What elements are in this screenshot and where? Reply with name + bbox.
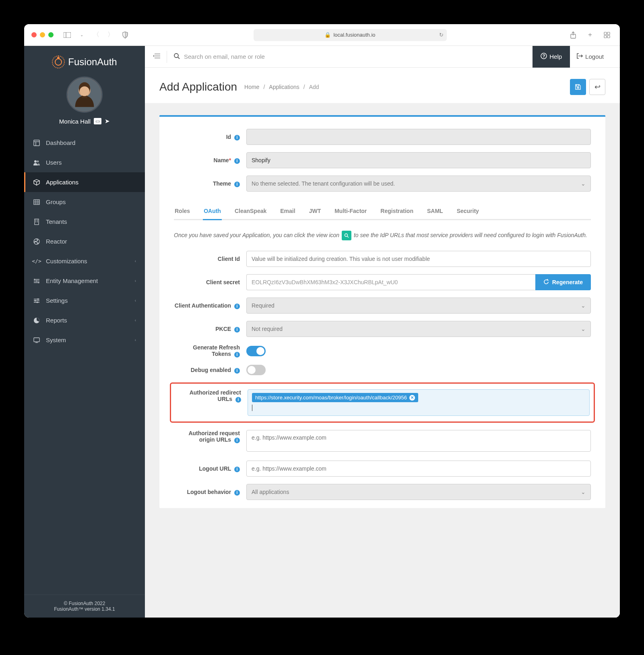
help-button[interactable]: ? Help xyxy=(533,46,570,68)
footer-copyright: © FusionAuth 2022 xyxy=(30,601,139,606)
debug-toggle[interactable] xyxy=(246,365,266,375)
redirect-urls-input[interactable]: https://store.xecurity.com/moas/broker/l… xyxy=(248,389,590,416)
tab-cleanspeak[interactable]: CleanSpeak xyxy=(234,204,267,220)
user-location-icon[interactable]: ➤ xyxy=(105,118,110,125)
logo-mark-icon xyxy=(52,56,65,68)
breadcrumb-applications[interactable]: Applications xyxy=(269,84,299,90)
share-icon[interactable] xyxy=(568,29,579,41)
id-input[interactable] xyxy=(246,129,591,145)
tab-roles[interactable]: Roles xyxy=(174,204,191,220)
info-icon[interactable]: i xyxy=(234,438,240,443)
info-icon[interactable]: i xyxy=(234,158,240,164)
svg-rect-21 xyxy=(35,220,36,221)
tab-oauth[interactable]: OAuth xyxy=(203,204,222,220)
svg-point-32 xyxy=(38,282,39,283)
forward-button[interactable]: 〉 xyxy=(105,29,116,41)
address-bar[interactable]: 🔒 local.fusionauth.io ↻ xyxy=(254,29,447,41)
client-id-input xyxy=(246,251,591,267)
minimize-window-button[interactable] xyxy=(40,32,45,37)
regenerate-button[interactable]: Regenerate xyxy=(535,274,591,290)
back-button[interactable]: ↩ xyxy=(589,79,605,95)
chevron-left-icon: ‹ xyxy=(135,338,136,342)
tab-security[interactable]: Security xyxy=(456,204,480,220)
text-cursor xyxy=(252,405,252,411)
svg-point-45 xyxy=(174,54,178,58)
origin-urls-input[interactable] xyxy=(246,430,591,452)
avatar[interactable] xyxy=(66,76,103,113)
sidebar-item-applications[interactable]: Applications xyxy=(24,172,145,192)
sidebar-toggle-icon[interactable] xyxy=(62,29,73,41)
sidebar-item-label: Settings xyxy=(46,297,68,304)
tab-saml[interactable]: SAML xyxy=(426,204,444,220)
info-icon[interactable]: i xyxy=(234,490,240,496)
tab-multifactor[interactable]: Multi-Factor xyxy=(334,204,367,220)
back-button[interactable]: 〈 xyxy=(91,29,102,41)
info-icon[interactable]: i xyxy=(234,304,240,309)
form-row-origin-urls: Authorized request origin URLs i xyxy=(174,430,591,453)
client-auth-select[interactable]: Required ⌄ xyxy=(246,298,591,314)
tabs-dropdown-icon[interactable]: ⌄ xyxy=(76,29,87,41)
refresh-icon[interactable]: ↻ xyxy=(439,32,444,38)
theme-select[interactable]: No theme selected. The tenant configurat… xyxy=(246,176,591,192)
users-icon xyxy=(33,160,40,165)
tabs-grid-icon[interactable] xyxy=(601,29,613,41)
form-row-client-id: Client Id xyxy=(174,251,591,267)
chevron-left-icon: ‹ xyxy=(135,318,136,322)
lock-icon: 🔒 xyxy=(324,32,331,38)
tab-jwt[interactable]: JWT xyxy=(308,204,322,220)
sidebar-item-customizations[interactable]: </> Customizations ‹ xyxy=(24,251,145,271)
page-header: Add Application Home / Applications / Ad… xyxy=(145,68,620,103)
logout-button[interactable]: Logout xyxy=(568,53,612,60)
brand-logo[interactable]: FusionAuth xyxy=(32,56,137,68)
svg-rect-40 xyxy=(34,338,39,342)
sidebar-item-reactor[interactable]: Reactor xyxy=(24,231,145,251)
sidebar-item-label: Entity Management xyxy=(46,277,98,284)
breadcrumb-home[interactable]: Home xyxy=(244,84,259,90)
client-secret-input[interactable] xyxy=(246,274,535,290)
info-icon[interactable]: i xyxy=(234,327,240,333)
sidebar-item-entity-management[interactable]: Entity Management ‹ xyxy=(24,271,145,291)
logout-behavior-label: Logout behavior i xyxy=(174,489,246,496)
user-name-row: Monica Hall ▭ ➤ xyxy=(32,118,137,133)
sidebar-item-groups[interactable]: Groups xyxy=(24,192,145,212)
tab-email[interactable]: Email xyxy=(279,204,296,220)
sidebar-item-settings[interactable]: Settings ‹ xyxy=(24,291,145,310)
save-button[interactable] xyxy=(570,79,586,95)
info-icon[interactable]: i xyxy=(235,397,241,403)
close-window-button[interactable] xyxy=(31,32,37,37)
logout-behavior-select[interactable]: All applications ⌄ xyxy=(246,484,591,500)
svg-point-14 xyxy=(37,160,39,162)
new-tab-icon[interactable]: ＋ xyxy=(584,29,596,41)
collapse-sidebar-icon[interactable] xyxy=(153,53,160,60)
url-text: local.fusionauth.io xyxy=(333,32,375,38)
info-icon[interactable]: i xyxy=(234,352,240,357)
info-icon[interactable]: i xyxy=(234,368,240,374)
info-icon[interactable]: i xyxy=(234,467,240,472)
sidebar-item-users[interactable]: Users xyxy=(24,153,145,172)
logout-icon xyxy=(576,53,583,60)
sidebar-item-reports[interactable]: Reports ‹ xyxy=(24,310,145,330)
traffic-lights xyxy=(31,32,54,37)
name-input[interactable] xyxy=(246,152,591,168)
view-icon xyxy=(342,231,351,240)
sidebar-item-system[interactable]: System ‹ xyxy=(24,330,145,350)
chevron-down-icon: ⌄ xyxy=(581,489,586,495)
logout-url-input[interactable] xyxy=(246,461,591,477)
pkce-select[interactable]: Not required ⌄ xyxy=(246,321,591,337)
info-icon[interactable]: i xyxy=(234,182,240,187)
maximize-window-button[interactable] xyxy=(48,32,54,37)
sidebar-item-tenants[interactable]: Tenants xyxy=(24,212,145,231)
search-wrap xyxy=(173,53,526,61)
tab-registration[interactable]: Registration xyxy=(380,204,414,220)
info-icon[interactable]: i xyxy=(234,135,240,141)
sidebar-item-dashboard[interactable]: Dashboard xyxy=(24,133,145,153)
browser-titlebar: ⌄ 〈 〉 🔒 local.fusionauth.io ↻ ＋ xyxy=(24,24,620,46)
search-input[interactable] xyxy=(184,53,526,60)
dashboard-icon xyxy=(33,140,40,146)
logout-label: Logout xyxy=(585,53,604,60)
refresh-tokens-toggle[interactable] xyxy=(246,346,266,356)
user-card-icon[interactable]: ▭ xyxy=(94,118,101,124)
remove-token-icon[interactable]: ✕ xyxy=(409,395,415,401)
shield-icon[interactable] xyxy=(120,29,131,41)
svg-rect-20 xyxy=(35,219,39,225)
